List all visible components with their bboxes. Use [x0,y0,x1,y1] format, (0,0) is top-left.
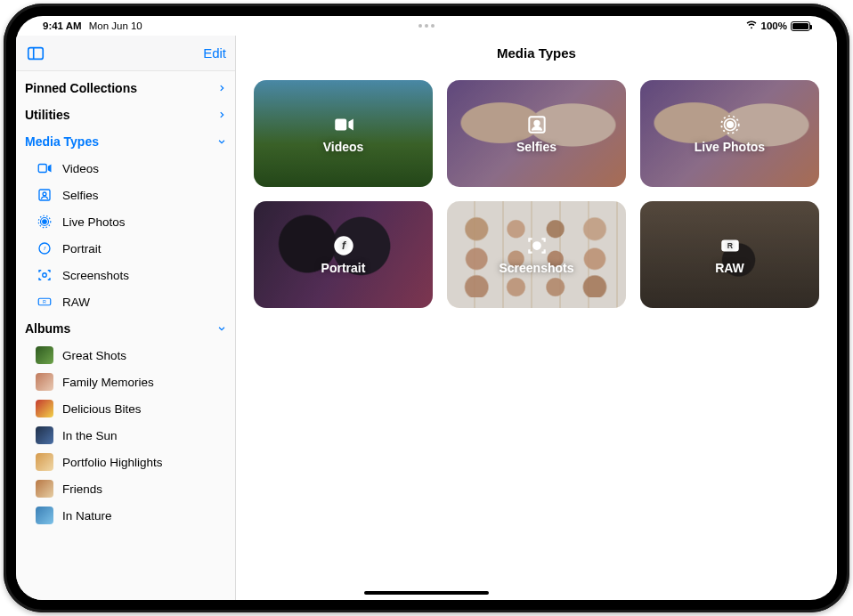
tile-label: Screenshots [499,261,573,275]
sidebar-item-selfies[interactable]: Selfies [16,182,235,208]
selfie-icon [525,113,548,136]
section-label: Utilities [25,108,70,122]
sidebar-item-label: Screenshots [62,269,129,282]
album-thumb-icon [36,507,53,524]
album-label: In the Sun [62,429,118,442]
sidebar-item-raw[interactable]: R RAW [16,288,235,315]
video-icon [332,113,355,136]
section-utilities[interactable]: Utilities [16,101,235,128]
edit-button[interactable]: Edit [203,45,226,61]
battery-percent: 100% [761,20,787,31]
tile-label: Live Photos [695,140,765,154]
tile-label: RAW [715,261,744,275]
svg-text:R: R [727,241,733,250]
sidebar-item-label: Live Photos [62,215,126,229]
section-albums[interactable]: Albums [16,315,235,342]
svg-point-18 [534,121,539,126]
portrait-icon: f [36,239,53,257]
svg-point-24 [533,242,540,249]
svg-point-6 [43,220,47,224]
album-thumb-icon [36,400,53,417]
album-label: In Nature [62,509,112,523]
svg-point-5 [43,192,46,196]
sidebar-item-label: Videos [62,162,99,175]
section-label: Albums [25,321,70,336]
tile-live-photos[interactable]: Live Photos [640,80,819,187]
svg-rect-14 [335,119,346,131]
album-thumb-icon [36,373,53,391]
media-types-grid: Videos Selfies Live Ph [236,71,837,317]
screen: 9:41 AM Mon Jun 10 100% [16,16,837,600]
tile-label: Portrait [321,261,366,275]
chevron-right-icon [217,108,226,122]
video-icon [36,159,53,177]
album-portfolio-highlights[interactable]: Portfolio Highlights [16,449,235,475]
album-label: Friends [62,482,102,496]
album-label: Portfolio Highlights [62,456,163,469]
chevron-down-icon [217,134,226,149]
svg-point-11 [43,273,47,278]
album-thumb-icon [36,480,53,498]
svg-rect-2 [38,165,46,173]
album-thumb-icon [36,453,53,471]
tile-label: Selfies [516,140,556,154]
selfie-icon [36,186,53,204]
tile-portrait[interactable]: f Portrait [254,201,433,308]
raw-icon: R [36,293,53,311]
live-photos-icon [719,113,742,136]
section-pinned-collections[interactable]: Pinned Collections [16,75,235,101]
album-family-memories[interactable]: Family Memories [16,369,235,395]
status-date: Mon Jun 10 [89,20,142,31]
screenshots-icon [36,266,53,284]
sidebar-item-live-photos[interactable]: Live Photos [16,208,235,235]
screenshots-icon [525,234,548,257]
page-title: Media Types [236,36,837,71]
album-in-the-sun[interactable]: In the Sun [16,422,235,449]
album-thumb-icon [36,426,53,444]
sidebar-item-label: Selfies [62,189,99,202]
section-label: Media Types [25,134,99,149]
sidebar-item-label: Portrait [62,242,102,255]
album-great-shots[interactable]: Great Shots [16,342,235,369]
tile-raw[interactable]: R RAW [640,201,819,308]
raw-icon: R [719,234,742,257]
section-label: Pinned Collections [25,81,137,95]
content-area: Media Types Videos Selfi [236,36,837,600]
battery-icon [791,21,810,31]
portrait-icon: f [332,234,355,257]
chevron-down-icon [217,321,226,336]
ipad-frame: 9:41 AM Mon Jun 10 100% [4,4,849,612]
sidebar: Edit Pinned Collections Utilities [16,36,236,600]
album-label: Family Memories [62,376,154,389]
tile-selfies[interactable]: Selfies [447,80,626,187]
live-photos-icon [36,213,53,231]
album-label: Great Shots [62,349,126,362]
sidebar-header: Edit [16,36,235,71]
album-label: Delicious Bites [62,402,142,416]
sidebar-toggle-icon[interactable] [25,43,46,64]
tile-label: Videos [323,140,364,154]
album-in-nature[interactable]: In Nature [16,502,235,529]
status-time: 9:41 AM [43,20,82,31]
svg-point-19 [727,122,733,128]
sidebar-item-videos[interactable]: Videos [16,155,235,182]
svg-text:f: f [44,246,46,251]
home-indicator[interactable] [364,591,489,595]
wifi-icon [745,19,758,33]
sidebar-item-screenshots[interactable]: Screenshots [16,262,235,288]
section-media-types[interactable]: Media Types [16,128,235,155]
svg-marker-15 [348,119,353,131]
status-bar: 9:41 AM Mon Jun 10 100% [16,16,837,36]
tile-screenshots[interactable]: Screenshots [447,201,626,308]
album-delicious-bites[interactable]: Delicious Bites [16,395,235,422]
svg-rect-0 [28,47,44,59]
sidebar-list[interactable]: Pinned Collections Utilities Media Types [16,71,235,600]
album-friends[interactable]: Friends [16,475,235,502]
svg-marker-3 [48,165,52,173]
svg-text:R: R [43,299,46,304]
sidebar-item-portrait[interactable]: f Portrait [16,235,235,262]
chevron-right-icon [217,81,226,95]
multitask-dots-icon[interactable] [418,24,435,28]
tile-videos[interactable]: Videos [254,80,433,187]
album-thumb-icon [36,346,53,364]
